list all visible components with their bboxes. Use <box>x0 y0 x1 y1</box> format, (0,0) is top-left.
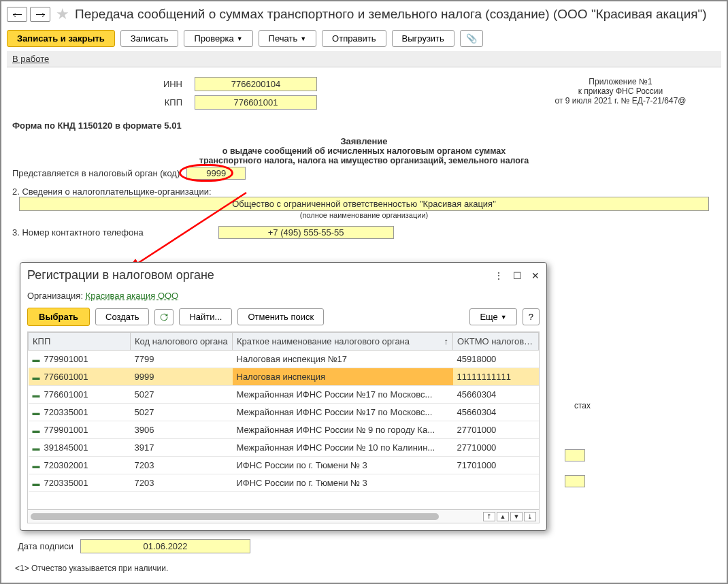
section-2-label: 2. Сведения о налогоплательщике-организа… <box>12 186 716 197</box>
org-label: Организация: <box>27 291 83 301</box>
more-button[interactable]: Еще ▼ <box>469 308 516 325</box>
tab-in-work[interactable]: В работе <box>12 54 49 64</box>
help-button[interactable]: ? <box>523 308 540 325</box>
form-body: ИНН 7766200104 КПП 776601001 Приложение … <box>7 67 721 239</box>
form-heading: Заявление <box>12 133 716 146</box>
kpp-label: КПП <box>12 97 195 108</box>
table-row[interactable]: ▬7203020017203ИФНС России по г. Тюмени №… <box>29 457 539 474</box>
grid-scrollbar[interactable]: ⤒ ▲ ▼ ⤓ <box>28 509 539 523</box>
col-name[interactable]: Краткое наименование налогового органа↑ <box>233 333 453 351</box>
refresh-icon <box>159 312 169 322</box>
close-icon[interactable]: ✕ <box>531 270 540 281</box>
maximize-icon[interactable]: ☐ <box>513 270 522 281</box>
col-code[interactable]: Код налогового органа <box>131 333 233 351</box>
caret-down-icon: ▼ <box>300 35 306 42</box>
footnote: <1> Отчество указывается при наличии. <box>15 564 168 573</box>
right-line-1: Приложение №1 <box>525 77 716 86</box>
row-mark-icon: ▬ <box>33 444 44 452</box>
print-label: Печать <box>269 33 298 44</box>
date-field[interactable]: 01.06.2022 <box>80 539 250 553</box>
favorite-star-icon[interactable]: ★ <box>53 5 72 23</box>
col-oktmo[interactable]: ОКТМО налогово... <box>453 333 539 351</box>
row-mark-icon: ▬ <box>33 373 44 381</box>
create-button[interactable]: Создать <box>95 308 149 325</box>
signature-date-row: Дата подписи 01.06.2022 <box>18 539 250 553</box>
table-row[interactable]: ▬7799010017799Налоговая инспекция №17459… <box>29 351 539 368</box>
right-line-3: от 9 июля 2021 г. № ЕД-7-21/647@ <box>525 96 716 106</box>
tax-authority-code-value: 9999 <box>206 168 226 178</box>
row-mark-icon: ▬ <box>33 408 44 417</box>
window-titlebar: 🡐 🡒 ★ Передача сообщений о суммах трансп… <box>7 5 721 26</box>
export-button[interactable]: Выгрузить <box>392 30 454 47</box>
scroll-last-icon[interactable]: ⤓ <box>524 512 536 521</box>
cancel-find-button[interactable]: Отменить поиск <box>237 308 324 325</box>
row-mark-icon: ▬ <box>33 355 44 363</box>
sort-asc-icon: ↑ <box>444 336 449 346</box>
select-button[interactable]: Выбрать <box>27 308 90 326</box>
phone-field[interactable]: +7 (495) 555-55-55 <box>218 226 394 239</box>
save-close-button[interactable]: Записать и закрыть <box>7 30 115 47</box>
inn-field[interactable]: 7766200104 <box>195 77 317 91</box>
table-row[interactable]: ▬3918450013917Межрайонная ИФНС России № … <box>29 439 539 457</box>
row-mark-icon: ▬ <box>33 426 44 434</box>
row-mark-icon: ▬ <box>33 461 44 470</box>
send-button[interactable]: Отправить <box>322 30 386 47</box>
org-caption: (полное наименование организации) <box>12 211 716 219</box>
table-row[interactable]: ▬7203350017203ИФНС России по г. Тюмени №… <box>29 474 539 492</box>
scroll-up-icon[interactable]: ▲ <box>497 512 509 521</box>
caret-down-icon: ▼ <box>501 314 507 321</box>
find-button[interactable]: Найти... <box>179 308 232 325</box>
refresh-button[interactable] <box>154 309 173 325</box>
attach-button[interactable]: 📎 <box>460 30 483 47</box>
caret-down-icon: ▼ <box>237 35 243 42</box>
date-label: Дата подписи <box>18 541 73 551</box>
more-label: Еще <box>480 312 497 322</box>
print-button[interactable]: Печать ▼ <box>259 30 317 47</box>
table-row[interactable]: ▬7799010013906Межрайонная ИФНС России № … <box>29 421 539 439</box>
section-3-label: 3. Номер контактного телефона <box>12 227 144 238</box>
tax-registrations-dialog: Регистрации в налоговом органе ⋮ ☐ ✕ Орг… <box>20 262 547 531</box>
form-sub2: транспортного налога, налога на имуществ… <box>12 156 716 165</box>
registrations-table[interactable]: КПП Код налогового органа Краткое наимен… <box>27 331 540 523</box>
underlay-boxes <box>565 399 585 501</box>
presented-label: Представляется в налоговый орган (код) <box>12 168 180 178</box>
more-menu-icon[interactable]: ⋮ <box>494 270 503 281</box>
row-mark-icon: ▬ <box>33 391 44 399</box>
window-title: Передача сообщений о суммах транспортног… <box>75 7 707 22</box>
popup-toolbar: Выбрать Создать Найти... Отменить поиск … <box>27 308 540 331</box>
appendix-info: Приложение №1 к приказу ФНС России от 9 … <box>525 77 716 114</box>
check-button[interactable]: Проверка ▼ <box>184 30 252 47</box>
tax-authority-code-field[interactable]: 9999 <box>186 167 246 180</box>
org-link[interactable]: Красивая акация ООО <box>86 291 179 301</box>
scroll-thumb[interactable] <box>31 513 439 520</box>
table-row[interactable]: ▬7766010019999Налоговая инспекция1111111… <box>29 368 539 386</box>
col-name-label: Краткое наименование налогового органа <box>237 336 410 346</box>
table-row[interactable]: ▬7766010015027Межрайонная ИФНС России №1… <box>29 386 539 404</box>
back-button[interactable]: 🡐 <box>7 7 27 22</box>
table-row[interactable]: ▬7203350015027Межрайонная ИФНС России №1… <box>29 404 539 421</box>
right-line-2: к приказу ФНС России <box>525 86 716 96</box>
inn-label: ИНН <box>12 79 195 89</box>
main-toolbar: Записать и закрыть Записать Проверка ▼ П… <box>7 26 721 51</box>
form-caption: Форма по КНД 1150120 в формате 5.01 <box>12 114 716 133</box>
scroll-first-icon[interactable]: ⤒ <box>483 512 495 521</box>
form-sub1: о выдаче сообщений об исчисленных налого… <box>12 146 716 156</box>
scroll-down-icon[interactable]: ▼ <box>510 512 523 521</box>
row-mark-icon: ▬ <box>33 479 44 487</box>
check-label: Проверка <box>194 33 233 44</box>
org-full-name-field[interactable]: Общество с ограниченной ответственностью… <box>19 197 709 211</box>
tab-bar: В работе <box>7 51 721 67</box>
forward-button[interactable]: 🡒 <box>30 7 50 22</box>
popup-title: Регистрации в налоговом органе <box>27 268 214 282</box>
save-button[interactable]: Записать <box>120 30 179 47</box>
col-kpp[interactable]: КПП <box>29 333 131 351</box>
kpp-field[interactable]: 776601001 <box>195 95 317 110</box>
